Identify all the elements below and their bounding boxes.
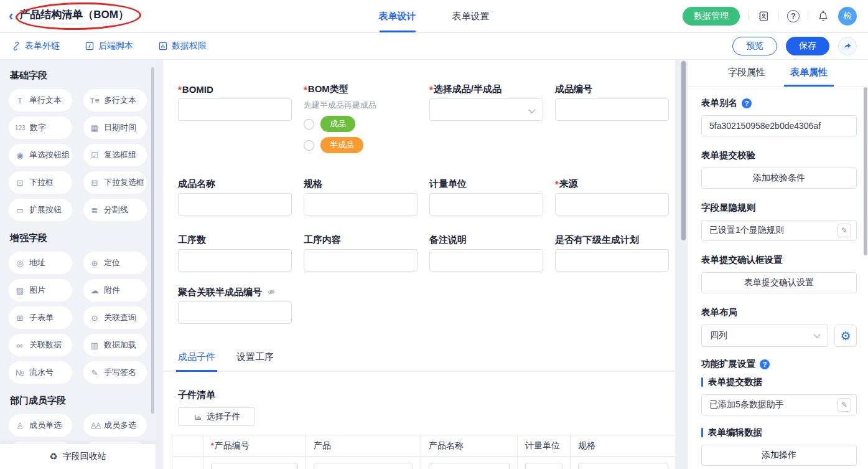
field-item-member-multi[interactable]: ♙♙成员多选 xyxy=(83,414,147,437)
tab-field-properties[interactable]: 字段属性 xyxy=(728,67,765,86)
bomid-input[interactable] xyxy=(178,98,292,121)
help-icon[interactable]: ? xyxy=(760,359,770,369)
add-check-condition-button[interactable]: 添加校验条件 xyxy=(701,168,857,189)
tab-form-settings[interactable]: 表单设置 xyxy=(452,0,490,32)
field-spec[interactable]: 规格 xyxy=(304,177,418,216)
field-item-address[interactable]: ◎地址 xyxy=(9,252,72,274)
field-bom-type[interactable]: *BOM类型 先建半成品再建成品 成品 半成品 xyxy=(304,82,418,153)
basic-fields-grid: T单行文本 T≡多行文本 123数字 ▦日期时间 ◉单选按钮组 ☑复选框组 ⊡下… xyxy=(9,89,147,221)
product-name-cell-input[interactable] xyxy=(429,463,510,469)
data-permission-button[interactable]: 数据权限 xyxy=(158,40,207,52)
process-count-input[interactable] xyxy=(178,249,292,272)
field-item-datetime[interactable]: ▦日期时间 xyxy=(83,116,147,139)
help-icon[interactable]: ? xyxy=(787,10,800,22)
field-item-number[interactable]: 123数字 xyxy=(9,116,72,139)
preview-button[interactable]: 预览 xyxy=(732,37,777,55)
layout-select[interactable]: 四列 xyxy=(701,325,828,347)
tab-form-design[interactable]: 表单设计 xyxy=(379,0,416,32)
field-item-dropdown[interactable]: ⊡下拉框 xyxy=(9,171,72,194)
edit-icon[interactable]: ✎ xyxy=(838,224,851,237)
field-item-radio-group[interactable]: ◉单选按钮组 xyxy=(9,144,72,166)
submit-confirm-settings-button[interactable]: 表单提交确认设置 xyxy=(701,272,857,293)
field-item-serial-number[interactable]: №流水号 xyxy=(9,361,72,384)
tab-process-setup[interactable]: 设置工序 xyxy=(236,351,274,371)
field-source[interactable]: *来源 xyxy=(555,177,669,216)
properties-tabs: 字段属性 表单属性 xyxy=(688,60,868,87)
field-item-checkbox-group[interactable]: ☑复选框组 xyxy=(83,144,147,166)
form-alias-input[interactable]: 5fa302150958e2b0de4306af xyxy=(701,115,857,136)
field-item-linked-query[interactable]: ⊙关联查询 xyxy=(83,306,147,329)
radio-button[interactable] xyxy=(304,140,314,151)
field-bomid[interactable]: *BOMID xyxy=(178,82,292,121)
field-recycle-bin-button[interactable]: ♻ 字段回收站 xyxy=(0,444,156,469)
share-button[interactable] xyxy=(838,37,857,55)
bom-type-option-finished[interactable]: 成品 xyxy=(304,116,418,132)
window-scrollbar[interactable] xyxy=(864,87,867,255)
avatar-text: 检 xyxy=(843,11,852,22)
field-agg-code[interactable]: 聚合关联半成品编号 xyxy=(178,285,292,324)
bom-type-option-semi-finished[interactable]: 半成品 xyxy=(304,137,418,153)
add-operation-button[interactable]: 添加操作 xyxy=(701,445,857,466)
field-item-data-load[interactable]: ▥数据加载 xyxy=(83,334,147,356)
radio-button[interactable] xyxy=(304,119,314,130)
finished-product-tag: 成品 xyxy=(320,116,355,132)
field-item-linked-data[interactable]: ∞关联数据 xyxy=(9,334,72,356)
product-name-input[interactable] xyxy=(178,193,292,216)
tab-product-subitems[interactable]: 成品子件 xyxy=(178,351,215,371)
visibility-rules-box[interactable]: 已设置1个显隐规则 ✎ xyxy=(701,220,857,241)
field-item-image[interactable]: ▨图片 xyxy=(9,279,72,301)
subitem-table-header: *产品编号 产品 产品名称 计量单位 规格 xyxy=(172,435,675,457)
product-code-cell-input[interactable] xyxy=(211,463,298,469)
product-cell-input[interactable] xyxy=(314,463,413,469)
spec-cell-input[interactable] xyxy=(578,463,668,469)
field-item-signature[interactable]: ✎手写签名 xyxy=(83,361,147,384)
field-label: 规格 xyxy=(304,178,322,190)
back-icon[interactable]: ‹ xyxy=(9,9,13,23)
select-subitem-button[interactable]: 选择子件 xyxy=(178,407,255,426)
process-content-input[interactable] xyxy=(304,249,418,272)
page-title[interactable]: 产品结构清单（BOM） xyxy=(19,7,129,24)
field-item-location[interactable]: ⊕定位 xyxy=(83,252,147,274)
unit-input[interactable] xyxy=(429,193,543,216)
backend-script-button[interactable]: 后端脚本 xyxy=(85,40,133,52)
field-product-name[interactable]: 成品名称 xyxy=(178,177,292,216)
field-process-content[interactable]: 工序内容 xyxy=(304,233,418,272)
header-cell-product: 产品 xyxy=(306,435,421,457)
field-remark[interactable]: 备注说明 xyxy=(429,233,543,272)
select-product-dropdown[interactable] xyxy=(429,98,543,121)
agg-code-input[interactable] xyxy=(178,301,292,324)
save-button[interactable]: 保存 xyxy=(786,37,829,55)
field-process-count[interactable]: 工序数 xyxy=(178,233,292,272)
source-input[interactable] xyxy=(555,193,669,216)
field-item-attachment[interactable]: ☁附件 xyxy=(83,279,147,301)
field-product-code[interactable]: 成品编号 xyxy=(555,82,669,121)
product-code-input[interactable] xyxy=(555,98,669,121)
canvas-scrollbar[interactable] xyxy=(681,61,686,240)
address-book-icon[interactable] xyxy=(757,9,770,23)
field-item-multi-dropdown[interactable]: ⊟下拉复选框 xyxy=(83,171,147,194)
edit-icon[interactable]: ✎ xyxy=(838,398,851,412)
form-external-link-button[interactable]: 表单外链 xyxy=(11,40,60,52)
field-item-single-line-text[interactable]: T单行文本 xyxy=(9,89,72,111)
field-item-extend-button[interactable]: ▭扩展按钮 xyxy=(9,199,72,221)
tab-form-properties[interactable]: 表单属性 xyxy=(790,67,828,86)
notification-bell-icon[interactable] xyxy=(816,9,830,23)
submit-data-box[interactable]: 已添加5条数据助手 ✎ xyxy=(701,394,857,415)
has-sub-plan-input[interactable] xyxy=(555,249,669,272)
unit-cell-input[interactable] xyxy=(525,463,562,469)
field-item-member-single[interactable]: ♙成员单选 xyxy=(9,414,72,437)
field-item-multi-line-text[interactable]: T≡多行文本 xyxy=(83,89,147,111)
field-select-product[interactable]: *选择成品/半成品 xyxy=(429,82,543,121)
spec-input[interactable] xyxy=(304,193,418,216)
data-manage-button[interactable]: 数据管理 xyxy=(683,7,740,26)
field-item-divider-line[interactable]: ≣分割线 xyxy=(83,199,147,221)
field-item-subform[interactable]: ⊞子表单 xyxy=(9,306,72,329)
field-has-sub-plan[interactable]: 是否有下级生成计划 xyxy=(555,233,669,272)
help-icon[interactable]: ? xyxy=(742,98,752,108)
layout-settings-button[interactable]: ⚙ xyxy=(834,325,857,347)
field-unit[interactable]: 计量单位 xyxy=(429,177,543,216)
avatar[interactable]: 检 xyxy=(838,7,857,26)
sidebar-scrollbar[interactable] xyxy=(151,67,154,414)
remark-input[interactable] xyxy=(429,249,543,272)
field-item-label: 成员多选 xyxy=(104,420,136,431)
